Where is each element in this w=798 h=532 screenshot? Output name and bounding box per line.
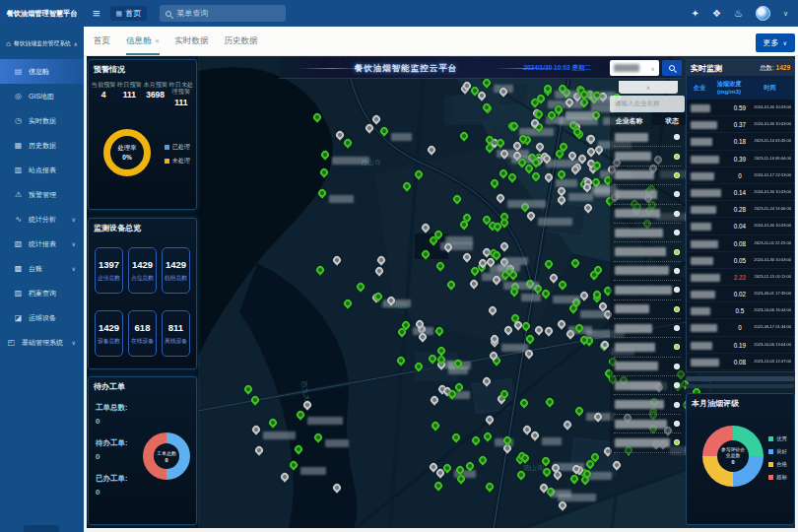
map-marker[interactable]: [342, 137, 353, 148]
map-marker[interactable]: [544, 258, 555, 269]
map-marker[interactable]: [484, 481, 495, 492]
company-list-row[interactable]: [614, 128, 681, 147]
sidebar-item-预警管理[interactable]: ⚠预警管理: [0, 182, 84, 207]
map-marker[interactable]: [420, 222, 431, 233]
company-list-row[interactable]: [614, 319, 681, 338]
tab-信息舱[interactable]: 信息舱×: [126, 27, 160, 55]
sidebar-item-信息舱[interactable]: ▤信息舱: [0, 59, 84, 84]
user-menu-chevron-icon[interactable]: ∨: [783, 10, 788, 18]
map-marker[interactable]: [557, 169, 567, 180]
map-marker[interactable]: [478, 454, 489, 465]
tab-实时数据[interactable]: 实时数据: [175, 27, 209, 55]
realtime-row[interactable]: 0.372024-01-30 10:03:00: [687, 116, 794, 133]
company-list-row[interactable]: [614, 147, 681, 166]
company-list-row[interactable]: [614, 415, 681, 433]
realtime-row[interactable]: 02024-01-17 22:53:00: [687, 167, 794, 184]
map-marker[interactable]: [543, 325, 554, 336]
company-dropdown[interactable]: ∨: [610, 60, 659, 76]
map-marker[interactable]: [413, 168, 424, 179]
realtime-row[interactable]: 0.52023-10-06 16:44:00: [687, 302, 794, 319]
map-marker[interactable]: [521, 320, 532, 331]
realtime-row[interactable]: 0.592024-01-30 10:03:00: [687, 100, 794, 116]
map-marker[interactable]: [548, 272, 559, 283]
map-marker[interactable]: [471, 434, 482, 445]
company-list-row[interactable]: [614, 262, 681, 281]
sidebar-item-基础管理系统[interactable]: ◰基础管理系统∨: [0, 330, 84, 355]
map-marker[interactable]: [253, 444, 264, 455]
scrollbar-track[interactable]: [686, 384, 795, 388]
apps-icon[interactable]: ❖: [712, 9, 721, 19]
map-marker[interactable]: [557, 186, 567, 197]
map-marker[interactable]: [502, 324, 513, 335]
map-marker[interactable]: [458, 130, 469, 141]
map-marker[interactable]: [376, 254, 387, 265]
company-list-row[interactable]: [614, 338, 681, 357]
sidebar-item-运维设备[interactable]: ◪运维设备: [0, 305, 84, 330]
map-marker[interactable]: [562, 420, 572, 431]
map-marker[interactable]: [544, 172, 555, 183]
map-marker[interactable]: [301, 399, 312, 410]
menu-toggle-icon[interactable]: ≡: [93, 7, 100, 20]
company-list-row[interactable]: [614, 281, 681, 299]
scrollbar-horizontal[interactable]: [686, 376, 795, 381]
map-marker[interactable]: [331, 255, 342, 266]
map-marker[interactable]: [462, 252, 473, 263]
map-marker[interactable]: [429, 394, 439, 405]
tab-首页[interactable]: 首页: [94, 27, 110, 55]
sidebar-item-统计报表[interactable]: ▧统计报表∨: [0, 232, 84, 256]
realtime-row[interactable]: 02022-09-17 01:34:00: [687, 319, 794, 336]
map-marker[interactable]: [401, 180, 412, 191]
map-marker[interactable]: [582, 202, 593, 213]
map-marker[interactable]: [314, 264, 325, 275]
map-marker[interactable]: [574, 406, 585, 417]
theme-icon[interactable]: ✦: [692, 9, 699, 19]
map-marker[interactable]: [534, 141, 545, 152]
map-marker[interactable]: [250, 425, 261, 435]
sidebar-collapse-handle[interactable]: [24, 525, 59, 532]
map-marker[interactable]: [356, 281, 366, 292]
map-marker[interactable]: [557, 279, 567, 290]
sidebar-item-历史数据[interactable]: ▦历史数据: [0, 133, 84, 158]
tab-历史数据[interactable]: 历史数据: [225, 27, 258, 55]
company-list-row[interactable]: [614, 205, 681, 224]
map-marker[interactable]: [435, 345, 446, 356]
map-marker[interactable]: [249, 394, 260, 405]
company-list-row[interactable]: [614, 224, 681, 242]
map-marker[interactable]: [531, 170, 542, 181]
map-marker[interactable]: [267, 417, 278, 428]
map-marker[interactable]: [516, 470, 527, 481]
realtime-row[interactable]: 0.392023-11-16 08:04:00: [687, 151, 794, 167]
map-marker[interactable]: [544, 396, 555, 407]
map-marker[interactable]: [414, 361, 425, 371]
map-marker[interactable]: [495, 138, 505, 149]
map-marker[interactable]: [481, 375, 492, 386]
sidebar-item-台账[interactable]: ▩台账∨: [0, 256, 84, 281]
map-marker[interactable]: [293, 443, 303, 454]
map-marker[interactable]: [379, 125, 390, 136]
map-marker[interactable]: [334, 130, 345, 141]
map-marker[interactable]: [295, 409, 305, 420]
map-marker[interactable]: [524, 333, 535, 344]
map-marker[interactable]: [487, 304, 498, 315]
map-marker[interactable]: [533, 324, 544, 335]
company-list-row[interactable]: [614, 395, 681, 414]
company-list-row[interactable]: [614, 185, 681, 204]
company-list-row[interactable]: [614, 242, 681, 261]
map-marker[interactable]: [374, 266, 385, 277]
avatar[interactable]: [756, 6, 770, 21]
menu-search-input[interactable]: 菜单查询: [160, 5, 286, 22]
sidebar-item-档案查询[interactable]: ▨档案查询: [0, 281, 84, 305]
map-marker[interactable]: [279, 472, 290, 483]
company-list-row[interactable]: [614, 376, 681, 395]
map-marker[interactable]: [485, 414, 496, 425]
company-list-row[interactable]: [614, 358, 681, 376]
realtime-row[interactable]: 0.082023-12-03 12:47:00: [687, 354, 794, 370]
map-marker[interactable]: [395, 355, 406, 366]
map-marker[interactable]: [468, 279, 479, 290]
map-marker[interactable]: [331, 482, 342, 493]
list-collapse-button[interactable]: ∧: [619, 81, 678, 94]
map-marker[interactable]: [451, 432, 462, 442]
map-marker[interactable]: [365, 122, 375, 133]
sidebar-item-站点报表[interactable]: ▥站点报表: [0, 158, 84, 182]
realtime-row[interactable]: 0.042024-01-30 10:03:00: [687, 218, 794, 234]
